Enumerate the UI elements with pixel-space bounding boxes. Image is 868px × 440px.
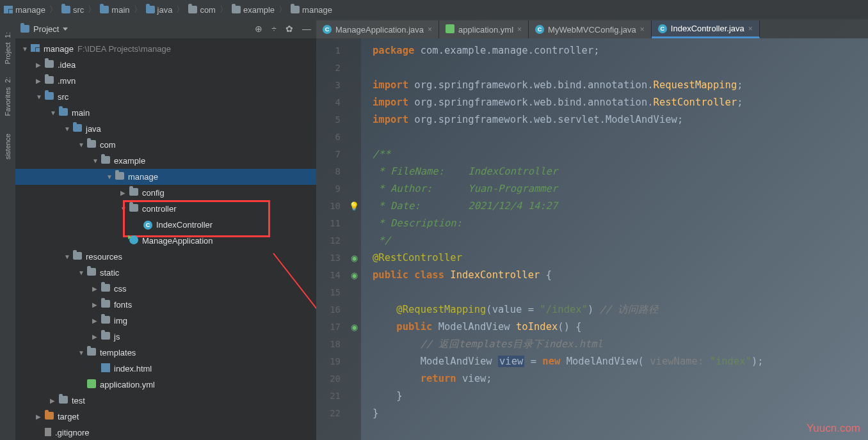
tree-arrow-icon[interactable] (50, 109, 56, 116)
hide-icon[interactable]: — (302, 24, 311, 34)
crumb-main[interactable]: main (100, 5, 129, 15)
folder-icon (45, 60, 54, 70)
line-number: 13 (316, 249, 341, 267)
tree-arrow-icon[interactable] (36, 77, 42, 84)
close-icon[interactable]: × (748, 24, 753, 33)
editor-tab[interactable]: CMyWebMVCConfig.java× (529, 20, 652, 38)
bulb-icon[interactable]: 💡 (349, 198, 359, 215)
code-content[interactable]: package com.example.manage.controller; i… (361, 38, 868, 440)
tree-arrow-icon[interactable] (120, 189, 127, 196)
tree-arrow-icon[interactable] (50, 397, 56, 404)
gear-icon[interactable]: ✿ (285, 24, 293, 34)
project-tree[interactable]: manageF:\IDEA Projects\manage.idea.mvnsr… (15, 38, 316, 440)
tree-item-js[interactable]: js (15, 329, 316, 345)
crumb-src[interactable]: src (61, 5, 84, 15)
tree-item-label: com (100, 140, 116, 150)
tree-item-css[interactable]: css (15, 281, 316, 297)
tree-item-templates[interactable]: templates (15, 345, 316, 361)
tree-item-.gitignore[interactable]: .gitignore (15, 425, 316, 440)
tree-item-config[interactable]: config (15, 185, 316, 201)
run-gutter-icon[interactable]: ◉ (351, 267, 358, 284)
tree-arrow-icon[interactable] (92, 285, 99, 292)
tree-arrow-icon[interactable] (120, 205, 127, 212)
project-icon (20, 25, 29, 33)
tool-tab-Project[interactable]: Project1: (4, 32, 12, 64)
line-number: 12 (316, 232, 341, 249)
watermark: Yuucn.com (807, 422, 860, 435)
project-panel-title[interactable]: Project (33, 24, 59, 34)
tree-arrow-icon[interactable] (22, 45, 28, 52)
tree-arrow-icon[interactable] (64, 253, 70, 260)
tree-item-java[interactable]: java (15, 121, 316, 137)
close-icon[interactable]: × (428, 25, 432, 34)
tree-arrow-icon[interactable] (106, 173, 113, 180)
crumb-java[interactable]: java (146, 5, 173, 15)
tool-tab-Favorites[interactable]: Favorites2: (4, 77, 12, 116)
tree-item-example[interactable]: example (15, 153, 316, 169)
tree-arrow-icon[interactable] (92, 317, 99, 324)
run-gutter-icon[interactable]: ◉ (351, 318, 358, 336)
folder-icon (101, 332, 110, 342)
tree-item-IndexController[interactable]: CIndexController (15, 217, 316, 233)
tree-item-index.html[interactable]: index.html (15, 361, 316, 377)
tree-item-com[interactable]: com (15, 137, 316, 153)
tree-arrow-icon[interactable] (78, 349, 84, 356)
tree-item-application.yml[interactable]: application.yml (15, 377, 316, 393)
chevron-down-icon[interactable] (63, 28, 68, 31)
gutter-icons: 💡◉◉◉ (347, 38, 361, 440)
locate-icon[interactable]: ⊕ (255, 24, 262, 34)
html-icon (101, 363, 110, 374)
tree-item-controller[interactable]: controller (15, 201, 316, 217)
folder-blue-icon (100, 6, 109, 13)
tree-item-label: .gitignore (55, 428, 89, 437)
tree-item-manage[interactable]: manage (15, 169, 316, 185)
tree-item-img[interactable]: img (15, 313, 316, 329)
editor-tab[interactable]: application.yml× (439, 20, 529, 38)
close-icon[interactable]: × (640, 25, 645, 34)
tree-arrow-icon[interactable] (92, 333, 99, 340)
tree-item-manage[interactable]: manageF:\IDEA Projects\manage (15, 41, 316, 57)
tree-item-.mvn[interactable]: .mvn (15, 73, 316, 89)
tree-arrow-icon[interactable] (36, 93, 42, 100)
tool-tab-sistence[interactable]: sistence (4, 129, 12, 159)
tree-arrow-icon[interactable] (36, 413, 42, 420)
tree-item-label: main (72, 108, 90, 118)
crumb-manage[interactable]: manage (4, 5, 45, 15)
tree-item-resources[interactable]: resources (15, 249, 316, 265)
tree-item-label: js (114, 332, 120, 342)
tree-arrow-icon[interactable] (64, 125, 70, 132)
tree-item-target[interactable]: target (15, 409, 316, 425)
tree-arrow-icon[interactable] (78, 269, 84, 276)
tree-arrow-icon[interactable] (36, 61, 42, 68)
tree-item-label: controller (142, 204, 176, 214)
line-number: 18 (316, 336, 341, 353)
line-number: 16 (316, 301, 341, 318)
run-gutter-icon[interactable]: ◉ (351, 249, 358, 267)
crumb-manage[interactable]: manage (291, 5, 332, 15)
editor-tab[interactable]: CIndexController.java× (652, 20, 760, 38)
tree-item-fonts[interactable]: fonts (15, 297, 316, 313)
tree-item-label: img (114, 316, 127, 326)
collapse-icon[interactable]: ÷ (271, 24, 277, 34)
line-number: 8 (316, 163, 341, 180)
folder-icon (87, 348, 96, 358)
tree-arrow-icon[interactable] (92, 157, 99, 164)
folder-icon (59, 396, 68, 405)
crumb-com[interactable]: com (188, 5, 216, 15)
tree-item-ManageApplication[interactable]: ManageApplication (15, 233, 316, 249)
close-icon[interactable]: × (517, 25, 522, 34)
folder-blue-icon (146, 6, 155, 13)
code-area[interactable]: 12345678910111213141516171819202122 💡◉◉◉… (316, 38, 868, 440)
tree-item-test[interactable]: test (15, 393, 316, 409)
tree-item-.idea[interactable]: .idea (15, 57, 316, 73)
folder-icon (101, 156, 110, 166)
tree-arrow-icon[interactable] (78, 141, 84, 148)
tree-item-main[interactable]: main (15, 105, 316, 121)
module-icon (31, 44, 40, 54)
tree-item-static[interactable]: static (15, 265, 316, 281)
editor-tab[interactable]: CManageApplication.java× (316, 20, 439, 38)
tree-arrow-icon[interactable] (92, 301, 99, 308)
crumb-example[interactable]: example (232, 5, 275, 15)
class-icon: C (143, 221, 152, 230)
tree-item-src[interactable]: src (15, 89, 316, 105)
